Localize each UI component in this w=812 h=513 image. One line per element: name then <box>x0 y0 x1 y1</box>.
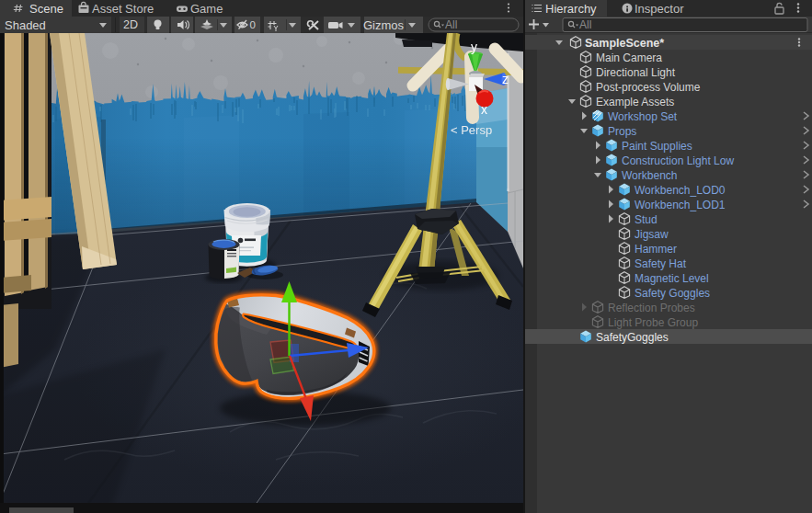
svg-text:y: y <box>471 40 477 54</box>
svg-text:Paint Supplies: Paint Supplies <box>622 140 692 153</box>
svg-text:x: x <box>481 102 487 117</box>
svg-text:Jigsaw: Jigsaw <box>635 228 669 241</box>
svg-text:Reflection Probes: Reflection Probes <box>608 302 695 314</box>
svg-text:Directional Light: Directional Light <box>596 66 676 79</box>
svg-text:Safety Goggles: Safety Goggles <box>635 287 710 300</box>
svg-text:Workbench_LOD0: Workbench_LOD0 <box>635 184 726 197</box>
svg-text:Magnetic Level: Magnetic Level <box>635 272 709 285</box>
svg-text:Workbench_LOD1: Workbench_LOD1 <box>635 199 726 211</box>
svg-text:Stud: Stud <box>635 213 658 226</box>
svg-text:SampleScene*: SampleScene* <box>585 37 664 50</box>
svg-text:0: 0 <box>250 19 256 30</box>
svg-text:Hammer: Hammer <box>635 243 677 256</box>
svg-text:Post-process Volume: Post-process Volume <box>596 81 701 94</box>
svg-text:Workbench: Workbench <box>622 169 677 182</box>
svg-text:Example Assets: Example Assets <box>596 96 674 108</box>
svg-text:Main Camera: Main Camera <box>596 51 662 64</box>
svg-text:Light Probe Group: Light Probe Group <box>608 316 698 329</box>
svg-text:Workshop Set: Workshop Set <box>608 110 678 123</box>
svg-text:Props: Props <box>608 125 636 138</box>
svg-text:Safety Hat: Safety Hat <box>635 257 687 270</box>
svg-text:z: z <box>502 72 509 86</box>
svg-text:SafetyGoggles: SafetyGoggles <box>596 331 669 344</box>
svg-text:Construction Light Low: Construction Light Low <box>622 154 734 167</box>
svg-text:< Persp: < Persp <box>451 123 492 137</box>
